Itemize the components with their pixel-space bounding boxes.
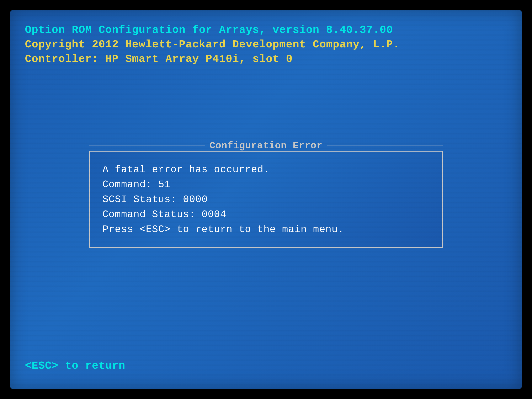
footer-text: <ESC> to return [25, 360, 125, 372]
dialog-line-5: Press <ESC> to return to the main menu. [102, 222, 430, 237]
header-line-3: Controller: HP Smart Array P410i, slot 0 [25, 52, 507, 66]
header-section: Option ROM Configuration for Arrays, ver… [25, 23, 507, 67]
header-line-2: Copyright 2012 Hewlett-Packard Developme… [25, 38, 507, 52]
dialog-title-line-right [327, 146, 443, 146]
dialog-line-4: Command Status: 0004 [102, 207, 430, 222]
dialog-title-line-left [89, 146, 205, 146]
dialog-line-3: SCSI Status: 0000 [102, 192, 430, 207]
dialog-title: Configuration Error [205, 140, 327, 151]
dialog-title-bar: Configuration Error [89, 140, 443, 151]
dialog-line-2: Command: 51 [102, 177, 430, 192]
dialog-container: Configuration Error A fatal error has oc… [89, 140, 443, 248]
dialog-line-1: A fatal error has occurred. [102, 162, 430, 177]
bios-screen: Option ROM Configuration for Arrays, ver… [10, 10, 522, 389]
dialog-box: A fatal error has occurred. Command: 51 … [89, 151, 443, 248]
footer-section: <ESC> to return [25, 360, 125, 372]
header-line-1: Option ROM Configuration for Arrays, ver… [25, 23, 507, 38]
